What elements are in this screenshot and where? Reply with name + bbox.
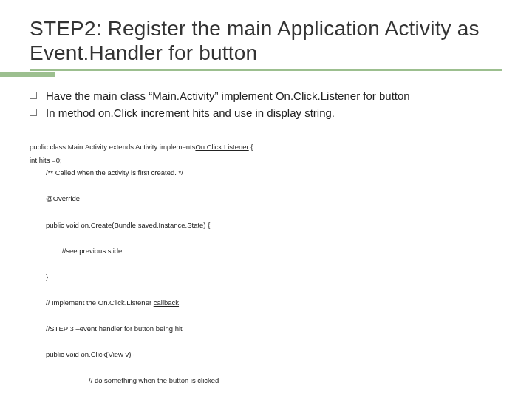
slide-title: STEP2: Register the main Application Act… [30,16,502,65]
slide: STEP2: Register the main Application Act… [0,0,532,399]
list-item: Have the main class “Main.Activity” impl… [30,87,502,104]
underline-thin [30,69,502,71]
title-underline [30,69,502,77]
code-line: } [30,270,502,284]
square-bullet-icon [30,92,37,99]
list-item: In method on.Click increment hits and us… [30,104,502,121]
code-line: public void on.Click(View v) { [30,348,502,361]
code-line: public void on.Create(Bundle saved.Insta… [30,219,502,232]
code-line: public class Main.Activity extends Activ… [30,143,253,151]
code-line: // do something when the button is click… [30,374,502,387]
bullet-text: Have the main class “Main.Activity” impl… [46,87,410,104]
code-underline: On.Click.Listener [195,143,248,151]
code-line: //STEP 3 –event handler for button being… [30,322,502,335]
code-block: public class Main.Activity extends Activ… [30,128,502,399]
bullet-text: In method on.Click increment hits and us… [46,104,335,121]
code-line: /** Called when the activity is first cr… [30,166,502,180]
code-text: public class Main.Activity extends Activ… [30,143,195,151]
code-line: @Override [30,192,502,205]
code-text: { [249,143,253,151]
square-bullet-icon [30,109,37,116]
code-underline: callback [154,299,179,307]
code-line: // Implement the On.Click.Listener callb… [30,296,502,310]
code-line: int hits =0; [30,156,62,164]
code-line: //see previous slide…… . . [30,245,502,258]
underline-accent [0,72,55,77]
bullet-list: Have the main class “Main.Activity” impl… [30,87,502,122]
code-text: // Implement the On.Click.Listener [46,299,154,307]
